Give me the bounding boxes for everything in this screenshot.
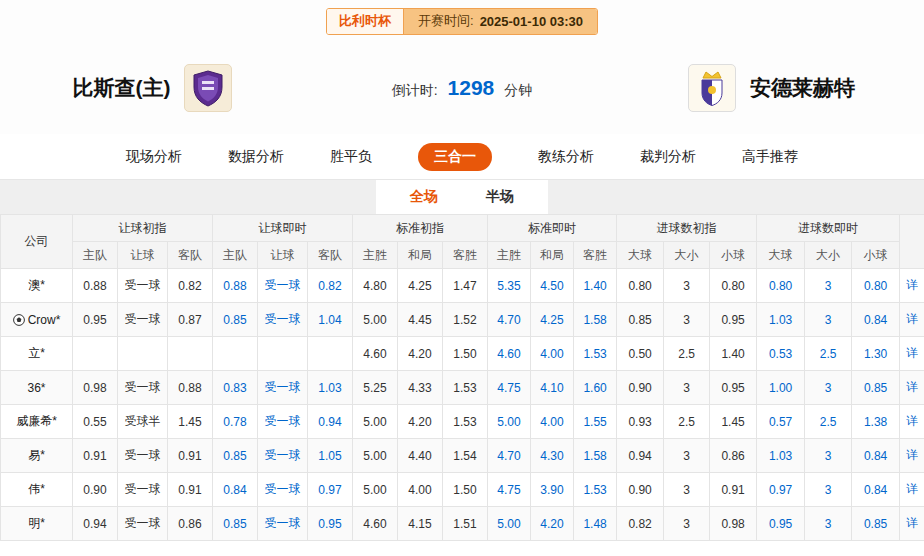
kickoff-label: 开赛时间: (418, 12, 474, 30)
odds-cell: 0.84 (852, 303, 900, 337)
odds-cell: 0.88 (73, 269, 118, 303)
odds-cell: 受一球 (258, 473, 308, 507)
odds-cell: 受一球 (118, 269, 168, 303)
table-row: Crow* 0.95受一球0.870.85受一球1.045.004.451.52… (1, 303, 924, 337)
odds-cell: 1.53 (574, 473, 617, 507)
odds-cell: 0.80 (852, 269, 900, 303)
detail-link[interactable]: 详 (900, 473, 924, 507)
group-euro-initial: 标准初指 (353, 215, 488, 242)
odds-cell: 0.95 (73, 303, 118, 337)
nav-item-data-analysis[interactable]: 数据分析 (228, 148, 284, 166)
company-cell: 澳* (1, 269, 73, 303)
odds-cell (73, 337, 118, 371)
odds-cell: 0.83 (213, 371, 258, 405)
odds-cell: 3 (664, 439, 710, 473)
table-row: 澳* 0.88受一球0.820.88受一球0.824.804.251.475.3… (1, 269, 924, 303)
main-nav: 现场分析 数据分析 胜平负 三合一 教练分析 裁判分析 高手推荐 (0, 134, 924, 180)
odds-cell: 受一球 (258, 269, 308, 303)
odds-cell: 4.60 (488, 337, 531, 371)
odds-cell: 3 (805, 303, 852, 337)
subheader: 和局 (531, 242, 574, 269)
group-euro-live: 标准即时 (488, 215, 617, 242)
nav-item-coach-analysis[interactable]: 教练分析 (538, 148, 594, 166)
table-row: 明* 0.94受一球0.860.85受一球0.954.604.151.515.0… (1, 507, 924, 541)
odds-cell: 2.5 (664, 405, 710, 439)
odds-cell: 3 (664, 269, 710, 303)
tab-full-match[interactable]: 全场 (410, 188, 438, 206)
detail-link[interactable]: 详 (900, 405, 924, 439)
home-team-crest-icon (184, 64, 232, 112)
odds-cell: 1.55 (574, 405, 617, 439)
odds-cell (118, 337, 168, 371)
table-sub-header-row: 主队 让球 客队 主队 让球 客队 主胜 和局 客胜 主胜 和局 客胜 大球 大… (1, 242, 924, 269)
detail-link[interactable]: 详 (900, 337, 924, 371)
odds-cell: 1.58 (574, 439, 617, 473)
odds-cell: 3 (805, 269, 852, 303)
odds-cell: 0.90 (73, 473, 118, 507)
company-cell: 威廉希* (1, 405, 73, 439)
odds-cell: 5.00 (353, 405, 398, 439)
company-cell: 伟* (1, 473, 73, 507)
subheader: 主胜 (353, 242, 398, 269)
nav-item-expert-picks[interactable]: 高手推荐 (742, 148, 798, 166)
nav-item-referee-analysis[interactable]: 裁判分析 (640, 148, 696, 166)
odds-cell: 0.94 (73, 507, 118, 541)
odds-cell: 0.53 (757, 337, 805, 371)
odds-cell (213, 337, 258, 371)
odds-cell: 5.00 (353, 439, 398, 473)
detail-link[interactable]: 详 (900, 371, 924, 405)
odds-cell: 0.85 (213, 303, 258, 337)
odds-cell: 4.70 (488, 439, 531, 473)
match-info-pill: 比利时杯 开赛时间: 2025-01-10 03:30 (326, 8, 598, 35)
odds-cell: 1.45 (710, 405, 757, 439)
odds-cell: 0.86 (710, 439, 757, 473)
odds-cell: 受球半 (118, 405, 168, 439)
subheader: 主队 (73, 242, 118, 269)
odds-cell: 1.50 (443, 473, 488, 507)
detail-link[interactable]: 详 (900, 507, 924, 541)
detail-link[interactable]: 详 (900, 303, 924, 337)
countdown-label: 倒计时: (392, 82, 438, 98)
subheader: 让球 (258, 242, 308, 269)
period-subtabs: 全场 半场 (0, 180, 924, 214)
odds-cell: 受一球 (258, 439, 308, 473)
subheader: 客队 (308, 242, 353, 269)
odds-cell: 受一球 (258, 507, 308, 541)
company-name: 36* (27, 381, 45, 395)
company-cell: 明* (1, 507, 73, 541)
odds-cell: 受一球 (118, 303, 168, 337)
odds-cell: 4.45 (398, 303, 443, 337)
odds-cell: 4.20 (398, 405, 443, 439)
company-header: 公司 (1, 215, 73, 269)
odds-cell: 0.82 (308, 269, 353, 303)
odds-cell: 0.80 (617, 269, 664, 303)
tab-half-match[interactable]: 半场 (486, 188, 514, 206)
odds-cell: 4.20 (398, 337, 443, 371)
detail-link[interactable]: 详 (900, 439, 924, 473)
subheader: 小球 (852, 242, 900, 269)
odds-table: 公司 让球初指 让球即时 标准初指 标准即时 进球数初指 进球数即时 主队 让球… (0, 214, 924, 541)
odds-cell: 2.5 (664, 337, 710, 371)
odds-cell: 受一球 (118, 507, 168, 541)
odds-cell: 0.95 (757, 507, 805, 541)
odds-cell: 3.90 (531, 473, 574, 507)
odds-cell: 4.70 (488, 303, 531, 337)
detail-link[interactable]: 详 (900, 269, 924, 303)
football-icon (13, 314, 25, 326)
odds-cell: 4.40 (398, 439, 443, 473)
odds-cell: 4.75 (488, 371, 531, 405)
subheader: 客胜 (574, 242, 617, 269)
odds-cell: 1.00 (757, 371, 805, 405)
odds-cell: 0.50 (617, 337, 664, 371)
odds-cell: 0.78 (213, 405, 258, 439)
table-row: 易* 0.91受一球0.910.85受一球1.055.004.401.544.7… (1, 439, 924, 473)
odds-cell: 3 (805, 473, 852, 507)
odds-cell: 受一球 (118, 473, 168, 507)
odds-cell: 1.54 (443, 439, 488, 473)
nav-item-win-draw-lose[interactable]: 胜平负 (330, 148, 372, 166)
table-row: 伟* 0.90受一球0.910.84受一球0.975.004.001.504.7… (1, 473, 924, 507)
odds-cell: 1.47 (443, 269, 488, 303)
odds-cell: 4.25 (531, 303, 574, 337)
nav-item-live-analysis[interactable]: 现场分析 (126, 148, 182, 166)
nav-item-three-in-one[interactable]: 三合一 (418, 143, 492, 171)
